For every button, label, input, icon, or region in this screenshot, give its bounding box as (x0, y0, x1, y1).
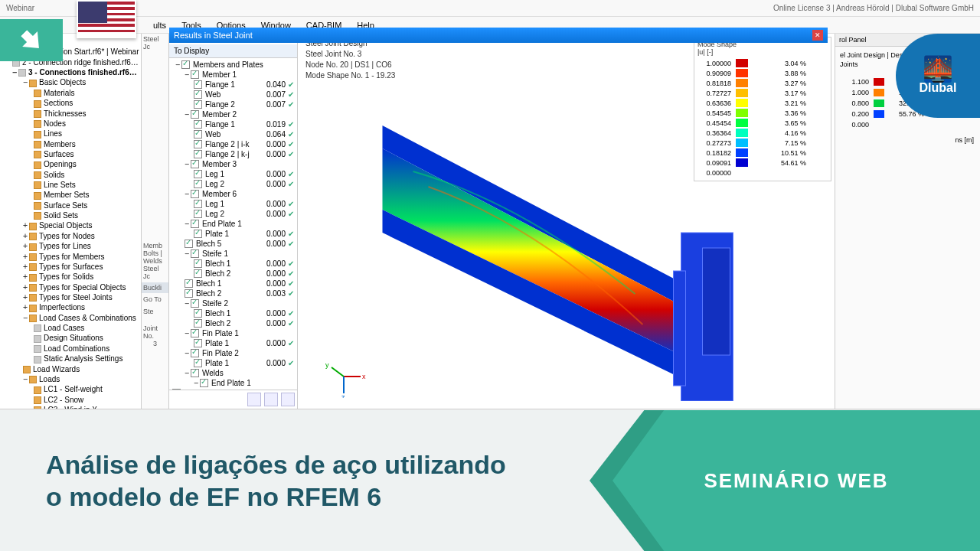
check-row[interactable]: Blech 50.000✔ (171, 239, 296, 249)
check-row[interactable]: −End Plate 1 (171, 378, 296, 388)
check-row[interactable]: −Member 1 (171, 70, 296, 80)
dlubal-logo: 🌉 Dlubal (896, 34, 980, 118)
nav-item[interactable]: +Types for Lines (23, 241, 139, 251)
check-row[interactable]: Web0.064✔ (171, 129, 296, 139)
color-legend: Mode Shape|u| [-] 1.000003.04 %0.909093.… (694, 37, 831, 181)
axis-label: ns [m] (835, 133, 980, 147)
svg-text:x: x (362, 373, 366, 380)
nav-item[interactable]: +Special Objects (23, 220, 139, 230)
check-row[interactable]: Web0.007✔ (171, 90, 296, 99)
nav-item[interactable]: Load Cases (34, 323, 139, 333)
nav-item[interactable]: LC2 - Snow (34, 395, 139, 405)
banner-right-label: SEMINÁRIO WEB (704, 469, 888, 493)
check-row[interactable]: −Welds (171, 368, 296, 378)
nav-item[interactable]: +Types for Surfaces (23, 262, 139, 272)
svg-rect-4 (703, 248, 730, 355)
banner-title: Análise de ligações de aço utilizando o … (46, 448, 506, 514)
check-row[interactable]: Leg 10.000✔ (171, 199, 296, 209)
us-flag-icon (77, 0, 136, 38)
nav-item[interactable]: +Types for Special Objects (23, 282, 139, 292)
side-label-joint: Joint (143, 324, 167, 332)
svg-text:y: y (325, 361, 329, 369)
nav-item[interactable]: +Types for Nodes (23, 231, 139, 241)
project-navigator[interactable]: RFEM 1 - Connection Start.rf6* | Webinar… (0, 34, 142, 409)
check-row[interactable]: Blech 20.003✔ (171, 289, 296, 298)
nav-item[interactable]: Line Sets (34, 180, 139, 190)
nav-item[interactable]: Static Analysis Settings (34, 354, 139, 364)
side-label-welds: Welds (143, 257, 167, 265)
svg-text:z: z (341, 393, 345, 398)
license-info: Online License 3 | Andreas Hörold | Dlub… (773, 4, 974, 12)
nav-loadcomb[interactable]: −Load Cases & Combinations (23, 313, 139, 323)
footer-btn-2[interactable] (264, 393, 278, 406)
check-row[interactable]: Flange 10.040✔ (171, 80, 296, 90)
side-label-3: 3 (143, 340, 167, 347)
check-row[interactable]: −Member 6 (171, 189, 296, 199)
check-row[interactable]: Flange 2 | i-k0.000✔ (171, 139, 296, 149)
window-titlebar: Webinar Online License 3 | Andreas Hörol… (0, 0, 980, 17)
check-row[interactable]: Leg 20.000✔ (171, 209, 296, 219)
window-title: Webinar (6, 4, 34, 12)
nav-load-wizards[interactable]: Load Wizards (23, 364, 139, 374)
side-label-bolts: Bolts | (143, 249, 167, 257)
svg-line-8 (332, 367, 344, 377)
close-icon[interactable]: ✕ (812, 30, 823, 41)
to-display-header: To Display (169, 44, 297, 58)
check-row[interactable]: −End Plate 1 (171, 219, 296, 229)
nav-item[interactable]: LC3 - Wind in X (34, 405, 139, 409)
footer-btn-3[interactable] (281, 393, 295, 406)
footer-btn-1[interactable] (247, 393, 261, 406)
legend-unit: |u| [-] (697, 48, 713, 56)
side-label-goto: Go To (143, 295, 167, 303)
nav-item[interactable]: Thicknesses (34, 109, 139, 119)
nav-item[interactable]: Solids (34, 170, 139, 180)
check-row[interactable]: Blech 20.000✔ (171, 318, 296, 328)
nav-item[interactable]: +Types for Members (23, 252, 139, 262)
bridge-icon: 🌉 (923, 57, 953, 81)
nav-item[interactable]: Openings (34, 159, 139, 169)
nav-item[interactable]: Nodes (34, 119, 139, 129)
nav-item[interactable]: Lines (34, 129, 139, 139)
nav-project-3[interactable]: −3 - Connections finished.rf6* | Webinar (12, 67, 139, 77)
nav-item[interactable]: Member Sets (34, 190, 139, 200)
check-row[interactable]: −Steife 2 (171, 298, 296, 308)
nav-item[interactable]: +Types for Steel Joints (23, 292, 139, 302)
nav-item[interactable]: Solid Sets (34, 210, 139, 220)
check-row[interactable]: Leg 20.000✔ (171, 179, 296, 189)
check-row[interactable]: Leg 10.000✔ (171, 169, 296, 179)
nav-item[interactable]: Load Combinations (34, 344, 139, 354)
nav-loads[interactable]: −Loads (23, 374, 139, 384)
coordinate-axes-icon: x y z (321, 360, 367, 398)
nav-item[interactable]: Surfaces (34, 149, 139, 159)
nav-item[interactable]: Surface Sets (34, 201, 139, 210)
check-row[interactable]: Blech 10.000✔ (171, 259, 296, 269)
check-row[interactable]: Plate 10.000✔ (171, 338, 296, 348)
check-row[interactable]: −Steife 1 (171, 249, 296, 259)
nav-item[interactable]: +Types for Solids (23, 272, 139, 282)
check-row[interactable]: −Member 2 (171, 109, 296, 119)
side-label-ste[interactable]: Ste (143, 308, 167, 315)
results-check-tree[interactable]: −Members and Plates −Member 1Flange 10.0… (169, 58, 297, 390)
fea-viewer[interactable]: Steel Joint Design Steel Joint No. 3 Nod… (298, 34, 835, 409)
check-row[interactable]: −Fin Plate 1 (171, 328, 296, 338)
check-row[interactable]: Blech 10.000✔ (171, 308, 296, 318)
check-row[interactable]: Plate 10.000✔ (171, 358, 296, 368)
nav-item[interactable]: LC1 - Self-weight (34, 384, 139, 394)
side-label-sj: Steel Jc (143, 265, 167, 280)
nav-item[interactable]: Design Situations (34, 333, 139, 343)
check-row[interactable]: Flange 10.019✔ (171, 119, 296, 129)
arrow-icon (16, 25, 47, 56)
nav-item[interactable]: Sections (34, 98, 139, 108)
check-row[interactable]: −Fin Plate 2 (171, 348, 296, 358)
results-footer-toolbar[interactable] (169, 390, 297, 409)
nav-basic-objects[interactable]: −Basic Objects (23, 77, 139, 87)
side-label-no: No. (143, 332, 167, 340)
nav-item[interactable]: Materials (34, 88, 139, 98)
nav-item[interactable]: Members (34, 139, 139, 149)
nav-item[interactable]: +Imperfections (23, 302, 139, 312)
check-row[interactable]: Flange 20.007✔ (171, 99, 296, 109)
tree-root-members[interactable]: Members and Plates (193, 60, 294, 69)
check-row[interactable]: Flange 2 | k-j0.000✔ (171, 149, 296, 159)
check-row[interactable]: −Member 3 (171, 159, 296, 169)
side-label-buckling[interactable]: Buckli (142, 282, 168, 293)
